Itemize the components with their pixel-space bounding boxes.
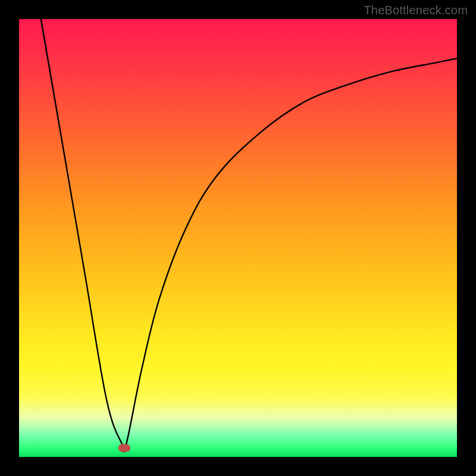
plot-area [19, 19, 457, 457]
curve-line [41, 19, 457, 452]
curve-svg [19, 19, 457, 457]
watermark-text: TheBottleneck.com [364, 4, 468, 17]
minimum-marker [118, 444, 130, 452]
chart-frame: TheBottleneck.com [0, 0, 476, 476]
